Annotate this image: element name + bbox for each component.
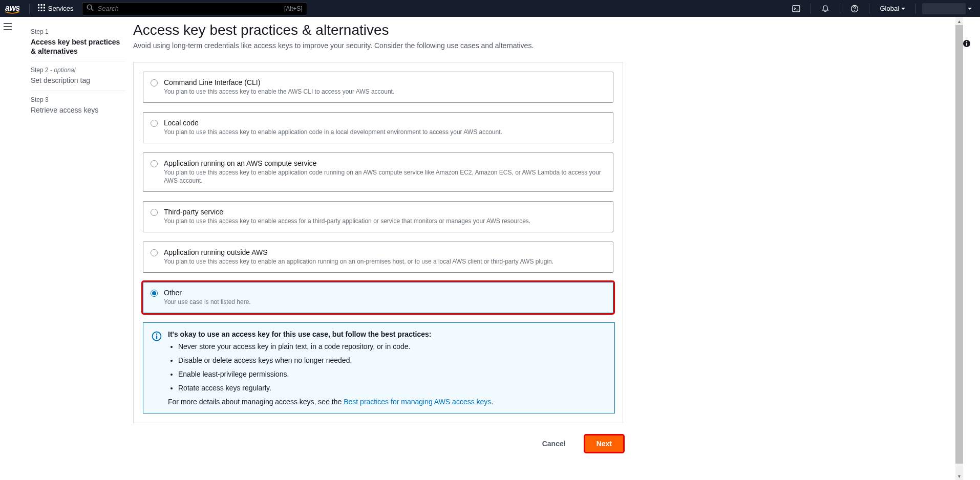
- svg-rect-11: [793, 6, 800, 12]
- region-label: Global: [880, 5, 899, 12]
- wizard-steps: Step 1 Access key best practices & alter…: [15, 17, 133, 472]
- wizard-step-1[interactable]: Step 1 Access key best practices & alter…: [31, 23, 125, 61]
- usecase-title: Other: [164, 289, 606, 297]
- hamburger-toggle[interactable]: [4, 23, 12, 472]
- nav-divider: [915, 4, 916, 14]
- usecase-desc: You plan to use this access key to enabl…: [164, 257, 606, 266]
- usecase-panel: Command Line Interface (CLI) You plan to…: [133, 62, 623, 423]
- services-menu-button[interactable]: Services: [34, 2, 78, 15]
- nav-right: Global: [786, 0, 975, 17]
- svg-point-14: [855, 10, 856, 11]
- radio-icon: [151, 79, 158, 86]
- search-shortcut-hint: [Alt+S]: [284, 5, 303, 12]
- usecase-option-cli[interactable]: Command Line Interface (CLI) You plan to…: [143, 72, 613, 103]
- usecase-title: Command Line Interface (CLI): [164, 78, 606, 86]
- region-selector[interactable]: Global: [874, 5, 911, 12]
- content-wrapper: Step 1 Access key best practices & alter…: [15, 17, 980, 472]
- radio-icon: [151, 160, 158, 167]
- vertical-scrollbar[interactable]: ▴ ▾: [955, 17, 963, 472]
- step-label: Step 3: [31, 96, 125, 103]
- usecase-option-other[interactable]: Other Your use case is not listed here.: [143, 282, 613, 313]
- top-nav: aws Services [Alt+S] Global: [0, 0, 980, 17]
- step-title: Set description tag: [31, 76, 125, 85]
- global-search[interactable]: [Alt+S]: [82, 2, 307, 15]
- svg-rect-20: [156, 335, 157, 339]
- info-heading: It's okay to use an access key for this …: [168, 330, 606, 338]
- scrollbar-thumb[interactable]: [955, 25, 963, 464]
- help-button[interactable]: [844, 0, 865, 17]
- svg-point-9: [87, 5, 92, 9]
- info-bullet: Disable or delete access keys when no lo…: [178, 355, 606, 366]
- svg-rect-2: [44, 4, 45, 6]
- info-footer: For more details about managing access k…: [168, 398, 606, 406]
- radio-icon: [151, 290, 158, 297]
- usecase-option-third-party[interactable]: Third-party service You plan to use this…: [143, 201, 613, 232]
- radio-icon: [151, 120, 158, 127]
- left-rail: [0, 17, 15, 472]
- svg-rect-8: [44, 10, 45, 11]
- svg-point-19: [156, 333, 158, 335]
- main-content: Access key best practices & alternatives…: [133, 17, 773, 472]
- svg-line-10: [91, 9, 93, 11]
- usecase-option-local-code[interactable]: Local code You plan to use this access k…: [143, 112, 613, 143]
- svg-rect-0: [38, 4, 39, 6]
- best-practices-link[interactable]: Best practices for managing AWS access k…: [344, 398, 491, 406]
- usecase-title: Local code: [164, 119, 606, 127]
- best-practices-info: It's okay to use an access key for this …: [143, 322, 615, 413]
- services-label: Services: [48, 5, 74, 12]
- svg-rect-3: [38, 7, 39, 9]
- scroll-up-arrow-icon: ▴: [955, 17, 963, 25]
- aws-logo[interactable]: aws: [5, 4, 25, 14]
- info-icon: [152, 330, 162, 406]
- nav-divider: [840, 4, 840, 14]
- wizard-footer-actions: Cancel Next: [133, 435, 623, 452]
- usecase-desc: You plan to use this access key to enabl…: [164, 168, 606, 186]
- account-menu[interactable]: [922, 3, 966, 14]
- radio-icon: [151, 209, 158, 216]
- step-title: Retrieve access keys: [31, 105, 125, 115]
- info-bullet: Rotate access keys regularly.: [178, 383, 606, 394]
- step-label: Step 2 - optional: [31, 67, 125, 74]
- svg-rect-4: [40, 7, 42, 9]
- nav-divider: [29, 4, 30, 14]
- caret-down-icon: [901, 8, 905, 10]
- page-title: Access key best practices & alternatives: [133, 22, 773, 38]
- cloudshell-button[interactable]: [786, 0, 806, 17]
- usecase-desc: You plan to use this access key to enabl…: [164, 128, 606, 137]
- step-label: Step 1: [31, 28, 125, 35]
- usecase-title: Application running on an AWS compute se…: [164, 159, 606, 167]
- usecase-desc: Your use case is not listed here.: [164, 298, 606, 307]
- grid-icon: [38, 4, 45, 13]
- svg-rect-1: [40, 4, 42, 6]
- page-info-button[interactable]: [963, 39, 971, 49]
- usecase-title: Third-party service: [164, 208, 606, 216]
- notifications-button[interactable]: [815, 0, 836, 17]
- nav-divider: [811, 4, 811, 14]
- info-bullet: Never store your access key in plain tex…: [178, 341, 606, 352]
- svg-rect-5: [44, 7, 45, 9]
- usecase-desc: You plan to use this access key to enabl…: [164, 217, 606, 226]
- usecase-option-outside-aws[interactable]: Application running outside AWS You plan…: [143, 242, 613, 273]
- step-title: Access key best practices & alternatives: [31, 37, 125, 56]
- svg-rect-6: [38, 10, 39, 11]
- search-input[interactable]: [98, 5, 284, 12]
- info-bullet-list: Never store your access key in plain tex…: [168, 341, 606, 394]
- svg-point-22: [966, 41, 967, 42]
- radio-icon: [151, 249, 158, 256]
- search-icon: [87, 4, 98, 13]
- next-button[interactable]: Next: [585, 435, 623, 452]
- usecase-title: Application running outside AWS: [164, 248, 606, 256]
- svg-rect-23: [966, 43, 967, 46]
- caret-down-icon: [968, 8, 972, 10]
- page-subtitle: Avoid using long-term credentials like a…: [133, 41, 773, 50]
- usecase-option-aws-compute[interactable]: Application running on an AWS compute se…: [143, 152, 613, 192]
- cancel-button[interactable]: Cancel: [531, 435, 577, 452]
- wizard-step-2[interactable]: Step 2 - optional Set description tag: [31, 61, 125, 90]
- wizard-step-3[interactable]: Step 3 Retrieve access keys: [31, 91, 125, 120]
- main-layout: Step 1 Access key best practices & alter…: [0, 17, 980, 472]
- svg-rect-7: [40, 10, 42, 11]
- info-bullet: Enable least-privilege permissions.: [178, 369, 606, 380]
- nav-divider: [869, 4, 869, 14]
- usecase-desc: You plan to use this access key to enabl…: [164, 88, 606, 96]
- scroll-down-arrow-icon: ▾: [955, 472, 963, 472]
